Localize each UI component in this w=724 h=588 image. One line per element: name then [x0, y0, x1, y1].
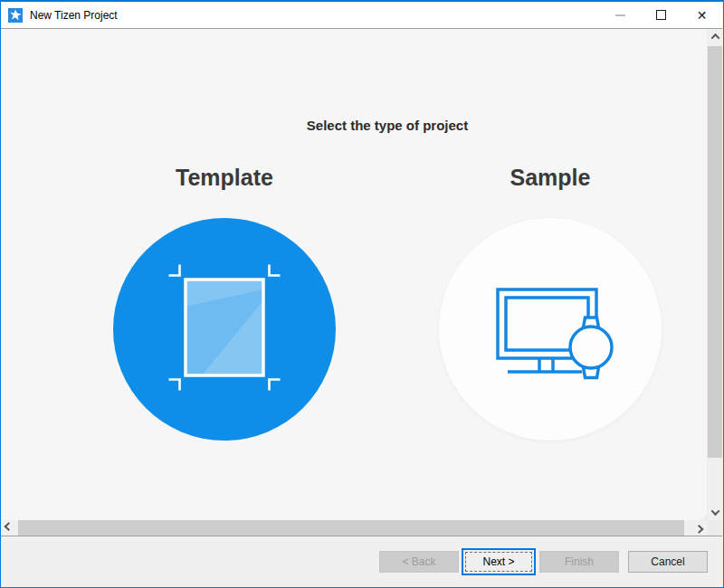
minimize-icon: [615, 14, 625, 16]
tizen-logo-icon: [8, 8, 23, 23]
scroll-left-button[interactable]: [1, 520, 16, 536]
page-title: Select the type of project: [307, 118, 468, 133]
sample-option[interactable]: [439, 218, 662, 441]
vertical-scrollbar[interactable]: [708, 29, 722, 520]
wizard-page: Select the type of project Template Samp…: [1, 29, 707, 520]
close-icon: ✕: [697, 9, 708, 22]
wizard-buttonbar: < Back Next > Finish Cancel: [1, 536, 722, 587]
scroll-left-icon: [5, 522, 14, 531]
new-tizen-project-window: New Tizen Project ✕ Select the type of p…: [0, 0, 724, 588]
back-button[interactable]: < Back: [379, 551, 459, 573]
next-button[interactable]: Next >: [465, 552, 532, 572]
maximize-icon: [656, 10, 666, 20]
horizontal-scrollbar[interactable]: [1, 520, 707, 536]
scroll-right-button[interactable]: [691, 520, 707, 536]
horizontal-scrollbar-thumb[interactable]: [18, 520, 684, 536]
close-button[interactable]: ✕: [681, 2, 722, 28]
next-button-focus-ring: Next >: [462, 548, 536, 575]
scroll-down-icon: [711, 507, 720, 516]
wizard-content-area: Select the type of project Template Samp…: [1, 29, 722, 536]
finish-button[interactable]: Finish: [539, 551, 619, 573]
cancel-button[interactable]: Cancel: [628, 551, 708, 573]
vertical-scrollbar-thumb[interactable]: [708, 46, 722, 458]
template-option[interactable]: [113, 218, 336, 441]
sample-option-label: Sample: [510, 165, 591, 191]
window-title: New Tizen Project: [30, 9, 118, 22]
titlebar-controls: ✕: [600, 2, 722, 28]
scroll-down-button[interactable]: [708, 505, 723, 520]
tv-and-watch-icon: [439, 216, 662, 442]
template-option-label: Template: [176, 165, 273, 191]
scroll-right-icon: [695, 525, 704, 534]
titlebar[interactable]: New Tizen Project ✕: [1, 2, 722, 28]
template-document-icon: [161, 264, 288, 394]
scroll-up-button[interactable]: [708, 29, 723, 44]
minimize-button[interactable]: [600, 2, 641, 28]
maximize-button[interactable]: [641, 2, 681, 28]
scroll-up-icon: [711, 33, 720, 43]
